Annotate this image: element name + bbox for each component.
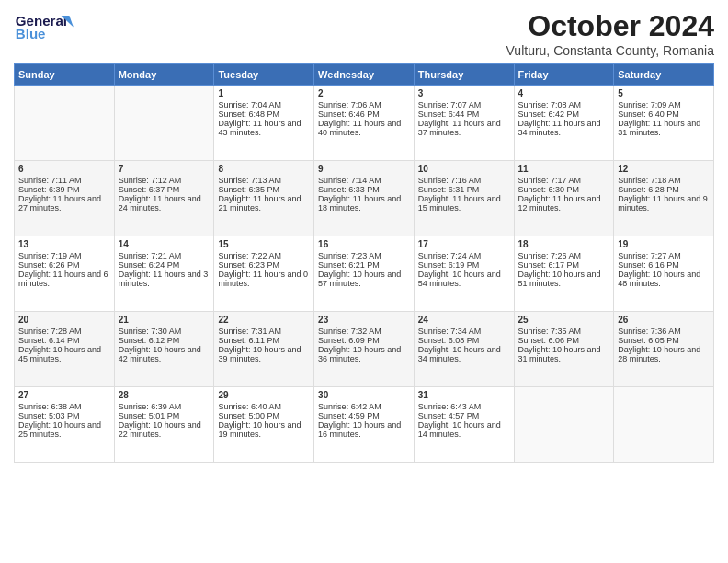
day-info: Sunset: 6:12 PM <box>119 336 210 345</box>
day-info: Daylight: 10 hours and 54 minutes. <box>418 270 510 288</box>
calendar-page: General Blue October 2024 Vulturu, Const… <box>0 0 728 563</box>
day-info: Sunrise: 7:18 AM <box>618 176 710 185</box>
day-info: Sunset: 4:59 PM <box>318 411 410 420</box>
day-cell: 21Sunrise: 7:30 AMSunset: 6:12 PMDayligh… <box>114 312 214 387</box>
day-cell: 30Sunrise: 6:42 AMSunset: 4:59 PMDayligh… <box>314 387 415 463</box>
day-info: Daylight: 11 hours and 3 minutes. <box>119 270 210 288</box>
day-info: Sunrise: 7:04 AM <box>218 100 310 109</box>
day-info: Sunrise: 6:42 AM <box>318 402 410 411</box>
day-info: Sunrise: 7:07 AM <box>418 100 510 109</box>
day-info: Sunrise: 7:17 AM <box>518 176 610 185</box>
day-info: Sunset: 6:30 PM <box>518 185 610 194</box>
day-info: Sunset: 6:08 PM <box>418 336 510 345</box>
day-cell: 19Sunrise: 7:27 AMSunset: 6:16 PMDayligh… <box>614 236 714 312</box>
day-number: 1 <box>218 88 310 98</box>
day-info: Sunrise: 7:27 AM <box>618 251 710 260</box>
col-sunday: Sunday <box>15 64 115 86</box>
day-info: Sunrise: 7:30 AM <box>119 327 210 336</box>
week-row-2: 6Sunrise: 7:11 AMSunset: 6:39 PMDaylight… <box>15 161 714 236</box>
day-info: Sunrise: 6:39 AM <box>119 402 210 411</box>
day-cell: 28Sunrise: 6:39 AMSunset: 5:01 PMDayligh… <box>114 387 214 463</box>
day-number: 4 <box>518 88 610 98</box>
day-info: Sunrise: 7:23 AM <box>318 251 410 260</box>
calendar-body: 1Sunrise: 7:04 AMSunset: 6:48 PMDaylight… <box>15 86 714 463</box>
day-info: Sunrise: 7:34 AM <box>418 327 510 336</box>
day-info: Sunrise: 7:31 AM <box>218 327 310 336</box>
day-info: Sunset: 6:24 PM <box>119 260 210 270</box>
day-cell: 13Sunrise: 7:19 AMSunset: 6:26 PMDayligh… <box>15 236 115 312</box>
day-info: Sunset: 6:06 PM <box>518 336 610 345</box>
col-saturday: Saturday <box>614 64 714 86</box>
day-info: Sunrise: 7:32 AM <box>318 327 410 336</box>
day-number: 6 <box>18 164 110 174</box>
week-row-1: 1Sunrise: 7:04 AMSunset: 6:48 PMDaylight… <box>15 86 714 161</box>
day-cell <box>15 86 115 161</box>
day-cell: 26Sunrise: 7:36 AMSunset: 6:05 PMDayligh… <box>614 312 714 387</box>
day-cell: 15Sunrise: 7:22 AMSunset: 6:23 PMDayligh… <box>214 236 314 312</box>
col-tuesday: Tuesday <box>214 64 314 86</box>
day-cell: 12Sunrise: 7:18 AMSunset: 6:28 PMDayligh… <box>614 161 714 236</box>
day-cell: 16Sunrise: 7:23 AMSunset: 6:21 PMDayligh… <box>314 236 415 312</box>
day-cell: 2Sunrise: 7:06 AMSunset: 6:46 PMDaylight… <box>314 86 415 161</box>
day-info: Sunset: 6:16 PM <box>618 260 710 270</box>
day-number: 17 <box>418 239 510 249</box>
day-number: 30 <box>318 390 410 400</box>
day-info: Daylight: 10 hours and 22 minutes. <box>119 420 210 439</box>
day-info: Sunrise: 7:13 AM <box>218 176 310 185</box>
day-info: Sunset: 5:03 PM <box>18 411 110 420</box>
col-thursday: Thursday <box>414 64 514 86</box>
day-info: Sunrise: 7:11 AM <box>18 176 110 185</box>
day-number: 18 <box>518 239 610 249</box>
day-info: Daylight: 10 hours and 14 minutes. <box>418 420 510 439</box>
logo: General Blue <box>14 9 87 46</box>
day-info: Sunrise: 7:22 AM <box>218 251 310 260</box>
day-info: Daylight: 10 hours and 57 minutes. <box>318 270 410 288</box>
week-row-3: 13Sunrise: 7:19 AMSunset: 6:26 PMDayligh… <box>15 236 714 312</box>
day-info: Sunrise: 7:19 AM <box>18 251 110 260</box>
day-cell: 22Sunrise: 7:31 AMSunset: 6:11 PMDayligh… <box>214 312 314 387</box>
day-cell: 20Sunrise: 7:28 AMSunset: 6:14 PMDayligh… <box>15 312 115 387</box>
day-info: Sunset: 6:33 PM <box>318 185 410 194</box>
day-info: Daylight: 11 hours and 43 minutes. <box>218 119 310 137</box>
day-info: Sunset: 6:19 PM <box>418 260 510 270</box>
day-info: Daylight: 11 hours and 21 minutes. <box>218 194 310 213</box>
week-row-5: 27Sunrise: 6:38 AMSunset: 5:03 PMDayligh… <box>15 387 714 463</box>
week-row-4: 20Sunrise: 7:28 AMSunset: 6:14 PMDayligh… <box>15 312 714 387</box>
day-number: 13 <box>18 239 110 249</box>
day-number: 2 <box>318 88 410 98</box>
day-cell: 17Sunrise: 7:24 AMSunset: 6:19 PMDayligh… <box>414 236 514 312</box>
title-block: October 2024 Vulturu, Constanta County, … <box>506 9 714 58</box>
col-monday: Monday <box>114 64 214 86</box>
day-info: Daylight: 11 hours and 27 minutes. <box>18 194 110 213</box>
day-number: 22 <box>218 315 310 325</box>
day-number: 14 <box>119 239 210 249</box>
day-cell <box>614 387 714 463</box>
day-info: Sunset: 4:57 PM <box>418 411 510 420</box>
col-wednesday: Wednesday <box>314 64 415 86</box>
day-info: Daylight: 11 hours and 34 minutes. <box>518 119 610 137</box>
day-number: 15 <box>218 239 310 249</box>
day-cell: 5Sunrise: 7:09 AMSunset: 6:40 PMDaylight… <box>614 86 714 161</box>
day-info: Daylight: 11 hours and 31 minutes. <box>618 119 710 137</box>
day-number: 31 <box>418 390 510 400</box>
day-cell: 4Sunrise: 7:08 AMSunset: 6:42 PMDaylight… <box>514 86 614 161</box>
day-info: Sunset: 6:17 PM <box>518 260 610 270</box>
day-number: 28 <box>119 390 210 400</box>
day-info: Daylight: 10 hours and 51 minutes. <box>518 270 610 288</box>
svg-text:Blue: Blue <box>16 26 46 41</box>
day-info: Daylight: 10 hours and 28 minutes. <box>618 345 710 363</box>
day-info: Daylight: 10 hours and 36 minutes. <box>318 345 410 363</box>
day-info: Sunset: 6:31 PM <box>418 185 510 194</box>
day-info: Sunrise: 7:12 AM <box>119 176 210 185</box>
day-cell: 6Sunrise: 7:11 AMSunset: 6:39 PMDaylight… <box>15 161 115 236</box>
col-friday: Friday <box>514 64 614 86</box>
day-info: Sunrise: 7:36 AM <box>618 327 710 336</box>
day-info: Sunset: 6:26 PM <box>18 260 110 270</box>
day-cell: 7Sunrise: 7:12 AMSunset: 6:37 PMDaylight… <box>114 161 214 236</box>
day-info: Sunrise: 7:21 AM <box>119 251 210 260</box>
day-number: 5 <box>618 88 710 98</box>
day-number: 21 <box>119 315 210 325</box>
day-number: 12 <box>618 164 710 174</box>
day-info: Sunrise: 7:24 AM <box>418 251 510 260</box>
day-info: Daylight: 10 hours and 19 minutes. <box>218 420 310 439</box>
